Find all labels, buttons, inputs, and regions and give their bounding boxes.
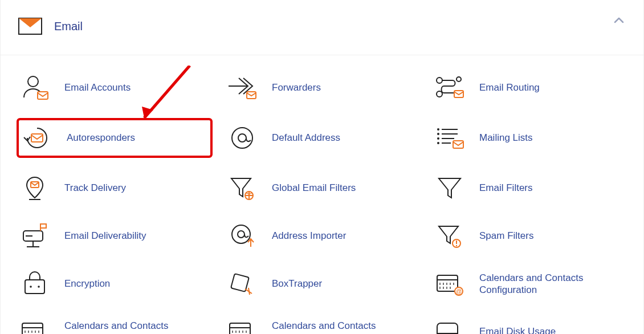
encryption-icon xyxy=(19,270,51,298)
svg-point-19 xyxy=(437,137,439,140)
mailing-list-icon xyxy=(434,124,466,152)
item-cal-contacts-sharing[interactable]: Calendars and Contacts Sharing xyxy=(17,314,213,334)
item-label: Global Email Filters xyxy=(272,182,356,194)
svg-point-9 xyxy=(456,77,461,82)
calendar-at-icon: @ xyxy=(434,270,466,298)
autoresponder-icon xyxy=(21,124,53,152)
item-cal-contacts-management[interactable]: Calendars and Contacts Management xyxy=(224,314,420,334)
filter-icon xyxy=(434,174,466,202)
svg-rect-44 xyxy=(25,280,44,294)
track-delivery-icon xyxy=(19,174,51,202)
svg-rect-12 xyxy=(31,134,43,142)
item-label: Track Delivery xyxy=(64,182,126,194)
svg-point-17 xyxy=(437,133,439,135)
item-email-routing[interactable]: Email Routing xyxy=(431,70,627,105)
item-default-address[interactable]: Default Address xyxy=(224,118,420,158)
item-label: Calendars and Contacts Management xyxy=(272,320,409,334)
item-forwarders[interactable]: Forwarders xyxy=(224,70,420,105)
at-icon xyxy=(226,124,258,152)
disk-usage-icon xyxy=(434,317,466,334)
svg-point-43 xyxy=(456,245,457,246)
calendar-pin-icon xyxy=(226,317,258,334)
svg-rect-47 xyxy=(231,274,249,292)
svg-marker-40 xyxy=(439,226,458,243)
spam-filter-icon xyxy=(434,222,466,250)
boxtrapper-icon xyxy=(226,270,258,298)
routing-icon xyxy=(434,74,466,102)
item-label: Address Importer xyxy=(272,230,346,242)
email-items-grid: Email Accounts Forwarders xyxy=(1,55,643,334)
panel-header: Email xyxy=(1,0,643,55)
item-label: Default Address xyxy=(272,132,340,144)
item-label: Encryption xyxy=(64,278,110,290)
svg-point-37 xyxy=(232,225,250,243)
chevron-up-icon xyxy=(614,17,624,24)
item-address-importer[interactable]: Address Importer xyxy=(224,218,420,254)
item-label: Email Disk Usage xyxy=(479,325,556,334)
svg-rect-5 xyxy=(38,92,48,99)
svg-point-38 xyxy=(238,231,244,238)
svg-point-45 xyxy=(30,286,32,288)
svg-marker-30 xyxy=(439,178,460,198)
mailbox-icon xyxy=(19,222,51,250)
item-email-filters[interactable]: Email Filters xyxy=(431,170,627,206)
svg-point-10 xyxy=(437,91,442,97)
item-email-disk-usage[interactable]: Email Disk Usage xyxy=(431,314,627,334)
calendar-gear-icon xyxy=(19,317,51,334)
item-email-deliverability[interactable]: Email Deliverability xyxy=(17,218,213,254)
item-label: BoxTrapper xyxy=(272,278,322,290)
item-label: Mailing Lists xyxy=(479,132,533,144)
item-label: Spam Filters xyxy=(479,230,533,242)
item-autoresponders[interactable]: Autoresponders xyxy=(17,118,213,158)
svg-point-14 xyxy=(238,134,246,142)
svg-rect-89 xyxy=(437,323,458,334)
item-label: Email Routing xyxy=(479,82,540,93)
svg-point-8 xyxy=(437,78,442,83)
item-label: Email Accounts xyxy=(64,82,131,93)
svg-point-13 xyxy=(232,128,252,148)
svg-point-4 xyxy=(28,76,38,87)
at-import-icon xyxy=(226,222,258,250)
item-encryption[interactable]: Encryption xyxy=(17,266,213,302)
svg-line-49 xyxy=(248,288,250,295)
global-filter-icon xyxy=(226,174,258,202)
svg-rect-36 xyxy=(40,224,46,228)
item-label: Forwarders xyxy=(272,82,321,93)
item-cal-contacts-config[interactable]: @ Calendars and Contacts Configuration xyxy=(431,266,627,302)
collapse-toggle[interactable] xyxy=(614,17,624,24)
item-label: Autoresponders xyxy=(67,132,135,144)
panel-title: Email xyxy=(54,20,83,33)
item-global-email-filters[interactable]: Global Email Filters xyxy=(224,170,420,206)
item-label: Calendars and Contacts Sharing xyxy=(64,320,201,334)
item-label: Email Deliverability xyxy=(64,230,146,242)
svg-marker-1 xyxy=(19,18,42,27)
svg-point-21 xyxy=(437,142,439,144)
mail-icon xyxy=(17,13,44,40)
item-boxtrapper[interactable]: BoxTrapper xyxy=(224,266,420,302)
svg-rect-23 xyxy=(453,141,463,148)
svg-point-46 xyxy=(38,286,40,288)
forward-icon xyxy=(226,74,258,102)
svg-point-15 xyxy=(437,128,439,131)
item-mailing-lists[interactable]: Mailing Lists xyxy=(431,118,627,158)
email-panel: Email Email Accounts xyxy=(0,0,644,334)
item-track-delivery[interactable]: Track Delivery xyxy=(17,170,213,206)
user-mail-icon xyxy=(19,74,51,102)
svg-marker-3 xyxy=(142,107,153,118)
item-spam-filters[interactable]: Spam Filters xyxy=(431,218,627,254)
item-email-accounts[interactable]: Email Accounts xyxy=(17,70,213,105)
item-label: Calendars and Contacts Configuration xyxy=(479,272,616,296)
svg-text:@: @ xyxy=(456,288,462,295)
item-label: Email Filters xyxy=(479,182,533,194)
